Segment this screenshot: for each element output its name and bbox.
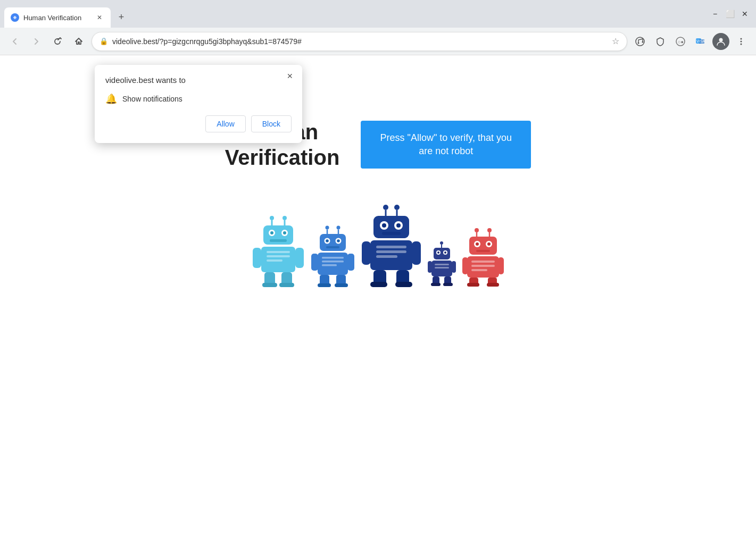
toolbar-icons: ○● VISA (632, 33, 750, 50)
popup-title: videolive.best wants to (105, 75, 292, 85)
svg-point-79 (444, 251, 446, 254)
tab-favicon (11, 13, 19, 22)
shield-extension-button[interactable] (652, 33, 669, 50)
bookmark-icon[interactable]: ☆ (612, 36, 619, 46)
svg-rect-48 (347, 254, 354, 271)
svg-rect-75 (434, 248, 450, 259)
svg-rect-46 (322, 264, 337, 266)
browser-window: Human Verification ✕ + − ⬜ ✕ 🔒 vi (0, 0, 756, 537)
address-bar[interactable]: 🔒 videolive.best/?p=gizgcnrqgu5gi3bphayq… (92, 32, 627, 51)
svg-rect-37 (320, 234, 346, 251)
svg-rect-107 (467, 283, 479, 287)
maximize-button[interactable]: ⬜ (725, 9, 735, 19)
svg-text:○●: ○● (678, 39, 684, 45)
svg-rect-22 (270, 239, 287, 242)
menu-button[interactable] (733, 33, 750, 50)
robot-4 (427, 239, 456, 287)
url-text: videolive.best/?p=gizgcnrqgu5gi3bphayq&s… (112, 37, 608, 46)
extension2-button[interactable]: VISA (692, 33, 709, 50)
svg-point-33 (326, 226, 329, 230)
svg-point-9 (719, 38, 723, 41)
svg-rect-28 (295, 248, 304, 268)
svg-rect-32 (279, 283, 294, 287)
svg-rect-104 (498, 257, 504, 274)
svg-rect-68 (412, 241, 421, 265)
svg-rect-26 (267, 259, 283, 262)
svg-point-61 (396, 223, 401, 228)
svg-point-41 (337, 239, 340, 242)
robot-5 (462, 226, 504, 287)
permission-text: Show notifications (122, 95, 182, 103)
svg-point-12 (741, 43, 742, 45)
svg-point-21 (283, 231, 286, 234)
svg-rect-67 (362, 241, 371, 265)
robot-1 (252, 213, 305, 287)
svg-point-35 (337, 226, 340, 230)
svg-rect-98 (476, 250, 490, 252)
active-tab[interactable]: Human Verification ✕ (4, 7, 111, 28)
svg-rect-44 (322, 257, 344, 259)
svg-rect-108 (487, 283, 499, 287)
svg-point-15 (283, 216, 287, 220)
profile-button[interactable] (712, 33, 729, 50)
window-controls: − ⬜ ✕ (710, 9, 750, 19)
svg-point-10 (741, 38, 742, 39)
svg-rect-65 (376, 250, 406, 253)
svg-rect-25 (267, 255, 290, 257)
svg-rect-100 (471, 261, 495, 263)
svg-rect-101 (471, 265, 495, 267)
svg-point-89 (475, 228, 479, 232)
close-button[interactable]: ✕ (740, 9, 750, 19)
svg-point-60 (382, 223, 386, 228)
svg-point-53 (383, 205, 388, 210)
block-button[interactable]: Block (251, 115, 292, 132)
lock-icon: 🔒 (99, 37, 108, 45)
svg-point-11 (741, 40, 742, 42)
forward-button[interactable] (28, 33, 45, 50)
svg-rect-87 (431, 283, 441, 286)
svg-point-20 (270, 231, 273, 234)
svg-rect-31 (262, 283, 277, 287)
svg-point-78 (437, 251, 439, 254)
svg-rect-52 (335, 283, 348, 287)
svg-rect-43 (318, 253, 348, 275)
nav-bar: 🔒 videolive.best/?p=gizgcnrqgu5gi3bphayq… (0, 28, 756, 55)
minimize-button[interactable]: − (710, 9, 720, 19)
svg-point-73 (440, 241, 443, 245)
robot-3 (361, 202, 422, 287)
allow-button[interactable]: Allow (205, 115, 245, 132)
svg-rect-64 (376, 246, 406, 248)
svg-rect-83 (428, 261, 432, 273)
svg-point-91 (487, 228, 492, 232)
bell-icon: 🔔 (105, 93, 117, 105)
svg-rect-62 (382, 232, 401, 235)
svg-rect-42 (326, 246, 339, 248)
svg-point-40 (326, 239, 329, 242)
home-button[interactable] (70, 33, 87, 50)
verify-cta-button[interactable]: Press "Allow" to verify, that you are no… (361, 121, 531, 169)
tab-close-button[interactable]: ✕ (95, 13, 104, 22)
popup-close-button[interactable]: ✕ (284, 70, 296, 82)
popup-buttons: Allow Block (105, 115, 292, 132)
svg-rect-47 (311, 254, 318, 271)
svg-rect-103 (462, 257, 468, 274)
extension1-button[interactable]: ○● (672, 33, 689, 50)
tab-bar: Human Verification ✕ + (4, 0, 130, 28)
svg-rect-66 (376, 255, 397, 258)
svg-rect-82 (435, 267, 449, 268)
reload-button[interactable] (49, 33, 66, 50)
music-extension-button[interactable] (632, 33, 649, 50)
svg-text:VISA: VISA (696, 39, 705, 43)
popup-permission: 🔔 Show notifications (105, 93, 292, 105)
svg-point-3 (642, 41, 644, 43)
svg-point-96 (476, 242, 479, 246)
back-button[interactable] (6, 33, 23, 50)
svg-rect-45 (322, 261, 344, 263)
svg-rect-27 (253, 248, 261, 268)
title-bar: Human Verification ✕ + − ⬜ ✕ (0, 0, 756, 28)
new-tab-button[interactable]: + (113, 9, 130, 26)
svg-rect-71 (370, 282, 387, 287)
tab-title: Human Verification (23, 14, 90, 22)
svg-rect-84 (452, 261, 456, 273)
svg-rect-88 (443, 283, 453, 286)
